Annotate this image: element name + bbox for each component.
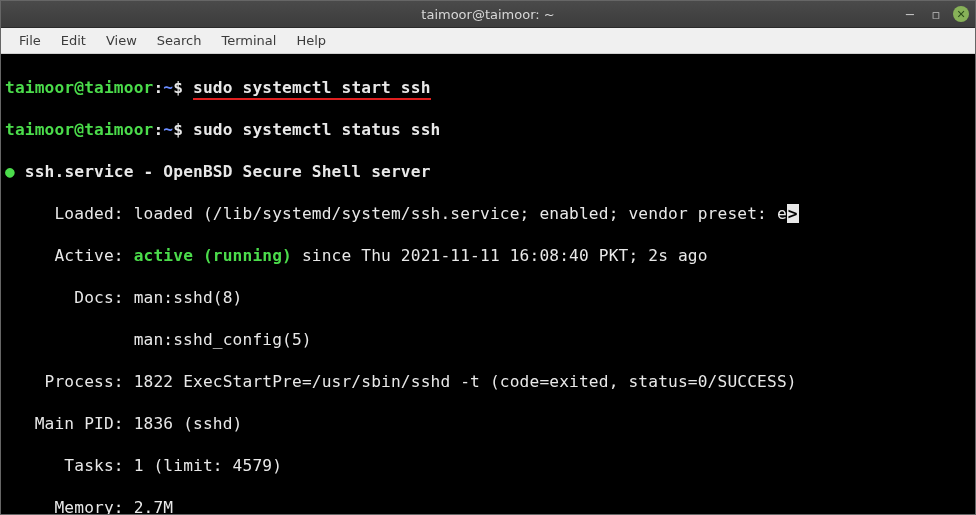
menu-help[interactable]: Help xyxy=(286,29,336,52)
menu-view[interactable]: View xyxy=(96,29,147,52)
docs-value-1: man:sshd(8) xyxy=(134,288,243,307)
status-memory: Memory: 2.7M xyxy=(5,497,971,515)
menu-bar: File Edit View Search Terminal Help xyxy=(1,28,975,54)
process-value: 1822 ExecStartPre=/usr/sbin/sshd -t (cod… xyxy=(134,372,797,391)
docs-label: Docs: xyxy=(5,288,134,307)
prompt-user-host: taimoor@taimoor xyxy=(5,78,153,97)
status-unit-name: ssh.service - OpenBSD Secure Shell serve… xyxy=(15,162,431,181)
loaded-label: Loaded: xyxy=(5,204,134,223)
status-process: Process: 1822 ExecStartPre=/usr/sbin/ssh… xyxy=(5,371,971,392)
menu-edit[interactable]: Edit xyxy=(51,29,96,52)
mainpid-label: Main PID: xyxy=(5,414,134,433)
memory-label: Memory: xyxy=(5,498,134,515)
prompt-dollar: $ xyxy=(173,78,193,97)
memory-value: 2.7M xyxy=(134,498,174,515)
command-1: sudo systemctl start ssh xyxy=(193,78,431,100)
status-bullet-icon: ● xyxy=(5,162,15,181)
prompt-line-2: taimoor@taimoor:~$ sudo systemctl status… xyxy=(5,119,971,140)
menu-search[interactable]: Search xyxy=(147,29,212,52)
prompt-cwd: ~ xyxy=(163,78,173,97)
minimize-button[interactable]: ─ xyxy=(901,5,919,23)
prompt-user-host: taimoor@taimoor xyxy=(5,120,153,139)
loaded-value: loaded (/lib/systemd/system/ssh.service;… xyxy=(134,204,787,223)
tasks-label: Tasks: xyxy=(5,456,134,475)
mainpid-value: 1836 (sshd) xyxy=(134,414,243,433)
status-unit: ● ssh.service - OpenBSD Secure Shell ser… xyxy=(5,161,971,182)
active-label: Active: xyxy=(5,246,134,265)
prompt-cwd: ~ xyxy=(163,120,173,139)
wrap-indicator-icon: > xyxy=(787,204,799,223)
prompt-colon: : xyxy=(153,78,163,97)
prompt-dollar: $ xyxy=(173,120,193,139)
window-titlebar: taimoor@taimoor: ~ ─ ▫ ✕ xyxy=(1,1,975,28)
prompt-line-1: taimoor@taimoor:~$ sudo systemctl start … xyxy=(5,77,971,98)
menu-terminal[interactable]: Terminal xyxy=(211,29,286,52)
status-docs-2: man:sshd_config(5) xyxy=(5,329,971,350)
terminal-output[interactable]: taimoor@taimoor:~$ sudo systemctl start … xyxy=(1,54,975,515)
active-since: since Thu 2021-11-11 16:08:40 PKT; 2s ag… xyxy=(292,246,708,265)
process-label: Process: xyxy=(5,372,134,391)
close-button[interactable]: ✕ xyxy=(953,6,969,22)
active-value: active (running) xyxy=(134,246,292,265)
prompt-colon: : xyxy=(153,120,163,139)
tasks-value: 1 (limit: 4579) xyxy=(134,456,282,475)
menu-file[interactable]: File xyxy=(9,29,51,52)
status-active: Active: active (running) since Thu 2021-… xyxy=(5,245,971,266)
window-controls: ─ ▫ ✕ xyxy=(901,5,969,23)
status-mainpid: Main PID: 1836 (sshd) xyxy=(5,413,971,434)
maximize-button[interactable]: ▫ xyxy=(927,5,945,23)
window-title: taimoor@taimoor: ~ xyxy=(421,7,554,22)
status-tasks: Tasks: 1 (limit: 4579) xyxy=(5,455,971,476)
status-loaded: Loaded: loaded (/lib/systemd/system/ssh.… xyxy=(5,203,971,224)
status-docs-1: Docs: man:sshd(8) xyxy=(5,287,971,308)
command-2: sudo systemctl status ssh xyxy=(193,120,440,139)
